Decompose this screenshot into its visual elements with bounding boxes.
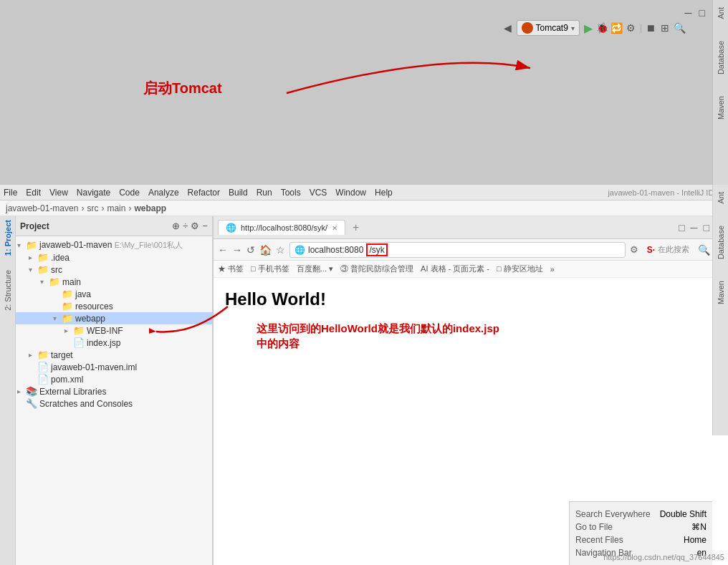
tree-item-extlibs[interactable]: ▸ 📚 External Libraries xyxy=(16,385,212,397)
inspect-icon[interactable]: 🔍 xyxy=(674,22,685,34)
tab-close-button[interactable]: ✕ xyxy=(332,224,337,232)
nav-home-button[interactable]: 🏠 xyxy=(259,244,272,256)
bookmark-star[interactable]: ★ 书签 xyxy=(218,264,244,274)
new-tab-button[interactable]: + xyxy=(353,221,359,234)
browser-restore-button[interactable]: □ xyxy=(704,222,709,233)
tree-item-scratches[interactable]: 🔧 Scratches and Consoles xyxy=(16,397,212,410)
tree-item-pomxml[interactable]: 📄 pom.xml xyxy=(16,373,212,385)
breadcrumb-sep2: › xyxy=(101,203,104,213)
folder-icon: 📁 xyxy=(37,349,49,360)
tree-item-webapp[interactable]: ▾ 📁 webapp xyxy=(16,312,212,324)
coverage-icon[interactable]: 🔁 xyxy=(611,22,623,34)
menu-code[interactable]: Code xyxy=(119,188,140,198)
ide-body: 1: Project 2: Structure Project ⊕ ÷ ⚙ − … xyxy=(0,216,728,565)
menu-refactor[interactable]: Refactor xyxy=(188,188,220,198)
hint-shortcut: ⌘N xyxy=(691,522,707,532)
tree-item-java[interactable]: 📁 java xyxy=(16,288,212,300)
menu-analyze[interactable]: Analyze xyxy=(148,188,179,198)
nav-star-icon[interactable]: ☆ xyxy=(276,244,285,256)
browser-customize-icon[interactable]: □ xyxy=(679,222,684,233)
hello-world-text: Hello World! xyxy=(225,289,717,309)
tree-label: .idea xyxy=(51,253,70,263)
hint-shortcut: Home xyxy=(684,535,707,545)
add-icon[interactable]: ⊕ xyxy=(172,221,180,231)
jsp-file-icon: 📄 xyxy=(73,337,85,348)
restore-button[interactable]: □ xyxy=(699,7,705,19)
tree-item-javaweb[interactable]: ▾ 📁 javaweb-01-maven E:\My_File\001私人 xyxy=(16,239,212,251)
menu-vcs[interactable]: VCS xyxy=(310,188,327,198)
breadcrumb-sep3: › xyxy=(128,203,131,213)
browser-minimize-button[interactable]: ─ xyxy=(691,222,698,233)
menu-help[interactable]: Help xyxy=(375,188,393,198)
menu-window[interactable]: Window xyxy=(335,188,366,198)
tree-item-iml[interactable]: 📄 javaweb-01-maven.iml xyxy=(16,361,212,373)
stop-icon[interactable]: ⏹ xyxy=(645,22,656,34)
expand-arrow: ▸ xyxy=(29,351,36,359)
settings-icon[interactable]: ⚙ xyxy=(626,22,637,34)
menu-navigate[interactable]: Navigate xyxy=(77,188,110,198)
bookmark-ai[interactable]: AI 表格 - 页面元素 - xyxy=(421,264,489,274)
tree-label: target xyxy=(51,350,73,360)
search-box: S· 在此搜索 xyxy=(643,244,694,255)
hint-goto-file: Go to File ⌘N xyxy=(575,521,707,533)
debug-icon[interactable]: 🐞 xyxy=(597,22,608,34)
bookmark-baidu[interactable]: 百度翻... ▾ xyxy=(297,264,333,274)
nav-settings-icon[interactable]: ⚙ xyxy=(630,244,638,255)
nav-search-icon[interactable]: 🔍 xyxy=(698,244,710,256)
ide-main: File Edit View Navigate Code Analyze Ref… xyxy=(0,185,728,565)
maven-tab[interactable]: Maven xyxy=(717,96,725,120)
menu-build[interactable]: Build xyxy=(229,188,248,198)
settings-icon[interactable]: ⚙ xyxy=(191,221,199,231)
address-bar[interactable]: 🌐 localhost:8080 /syk xyxy=(289,242,626,258)
tomcat-run-button[interactable]: Tomcat9 ▾ xyxy=(517,20,580,36)
bookmark-mobile[interactable]: □ 手机书签 xyxy=(251,264,289,274)
bookmark-jingan[interactable]: □ 静安区地址 xyxy=(497,264,543,274)
expand-arrow: ▸ xyxy=(29,253,36,261)
menu-file[interactable]: File xyxy=(4,188,17,198)
run-icon[interactable]: ▶ xyxy=(583,22,594,34)
browser-tab-active[interactable]: 🌐 http://localhost:8080/syk/ ✕ xyxy=(218,220,345,235)
left-vtabs: 1: Project 2: Structure xyxy=(0,216,16,565)
tree-label: main xyxy=(62,277,81,287)
tab-structure[interactable]: 2: Structure xyxy=(4,270,12,311)
tree-item-webinf[interactable]: ▸ 📁 WEB-INF xyxy=(16,324,212,337)
tree-item-resources[interactable]: 📁 resources xyxy=(16,300,212,312)
folder-icon: 📁 xyxy=(62,289,73,299)
ant-side-tab[interactable]: Ant xyxy=(717,192,725,204)
close-panel-icon[interactable]: − xyxy=(202,221,208,231)
bookmark-putuo[interactable]: ③ 普陀民防综合管理 xyxy=(340,264,413,274)
tree-item-idea[interactable]: ▸ 📁 .idea xyxy=(16,251,212,264)
ant-tab[interactable]: Ant xyxy=(717,7,725,19)
tab-favicon: 🌐 xyxy=(226,223,236,233)
breadcrumb-src[interactable]: src xyxy=(87,203,98,213)
database-side-tab[interactable]: Database xyxy=(717,226,725,259)
menu-tools[interactable]: Tools xyxy=(281,188,301,198)
tab-project[interactable]: 1: Project xyxy=(4,220,12,256)
menu-run[interactable]: Run xyxy=(257,188,272,198)
hint-home: Recent Files Home xyxy=(575,533,707,546)
collapse-icon[interactable]: ÷ xyxy=(183,221,188,231)
tree-item-main[interactable]: ▾ 📁 main xyxy=(16,276,212,288)
tree-item-indexjsp[interactable]: 📄 index.jsp xyxy=(16,337,212,349)
tree-item-target[interactable]: ▸ 📁 target xyxy=(16,349,212,361)
nav-refresh-button[interactable]: ↺ xyxy=(246,244,255,256)
breadcrumb-webapp[interactable]: webapp xyxy=(134,203,166,213)
hint-label: Recent Files xyxy=(575,535,623,545)
breadcrumb-project[interactable]: javaweb-01-maven xyxy=(6,203,78,213)
tree-label: javaweb-01-maven E:\My_File\001私人 xyxy=(39,240,183,251)
tree-item-src[interactable]: ▾ 📁 src xyxy=(16,264,212,276)
folder-icon: 📁 xyxy=(62,313,73,324)
bookmark-more[interactable]: » xyxy=(550,265,555,274)
nav-back-button[interactable]: ← xyxy=(218,244,228,256)
minimize-button[interactable]: ─ xyxy=(685,7,692,19)
nav-forward-button[interactable]: → xyxy=(232,244,242,256)
back-nav-icon[interactable]: ◀ xyxy=(502,22,514,34)
menu-edit[interactable]: Edit xyxy=(26,188,41,198)
maven-side-tab[interactable]: Maven xyxy=(717,281,725,304)
breadcrumb-main[interactable]: main xyxy=(107,203,125,213)
menu-view[interactable]: View xyxy=(49,188,68,198)
tree-label: webapp xyxy=(75,314,105,324)
database-tab[interactable]: Database xyxy=(717,41,725,74)
menu-bar: File Edit View Navigate Code Analyze Ref… xyxy=(0,185,728,201)
layout-icon[interactable]: ⊞ xyxy=(659,22,671,34)
